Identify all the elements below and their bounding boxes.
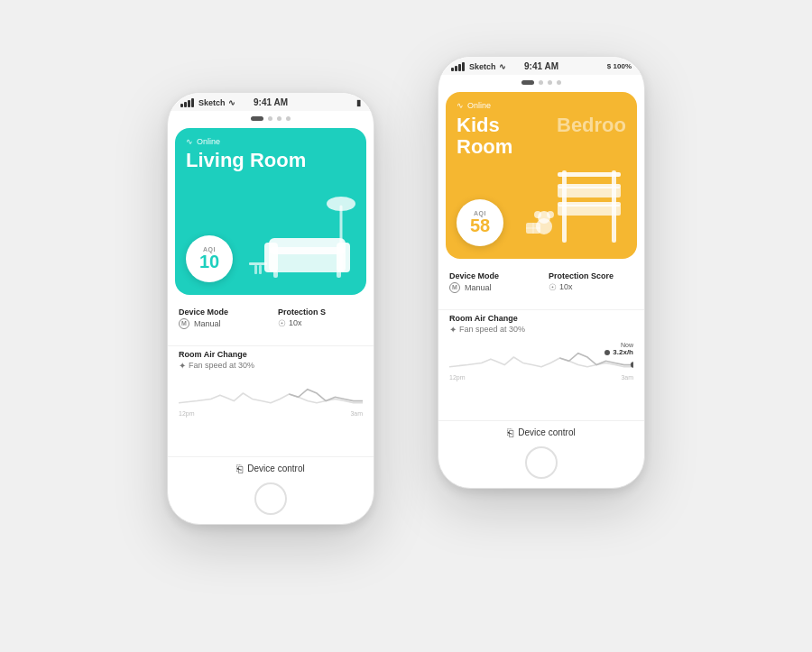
svg-point-21 (547, 211, 554, 218)
aqi-circle-left: AQI 10 (186, 235, 233, 282)
room-name-row: Kids Room Bedroo (457, 114, 626, 158)
manual-text-right: Manual (465, 283, 492, 292)
bunk-scene (512, 152, 630, 252)
wifi-hero-left: ∿ (186, 137, 193, 146)
sofa-scene (242, 188, 359, 288)
tab-dots-right (438, 75, 644, 87)
status-bar-left: Sketch ∿ 9:41 AM ▮ (168, 93, 374, 111)
signal-bars (180, 98, 194, 107)
chart-area-right: Now 3.2x/h 12pm 3am (438, 344, 644, 380)
device-mode-block-right: Device Mode M Manual (449, 271, 534, 293)
aqi-value-right: 58 (470, 216, 490, 234)
device-icon-right: ⎗ (507, 427, 513, 439)
now-indicator: Now 3.2x/h (604, 342, 633, 356)
bottom-bar-right: ⎗ Device control (438, 420, 644, 488)
online-badge-right: ∿ Online (457, 101, 626, 110)
now-value-row: 3.2x/h (604, 348, 633, 356)
phone-right-screen: Sketch ∿ 9:41 AM $ 100% ∿ (438, 57, 644, 488)
air-change-value-left: ✦ Fan speed at 30% (179, 361, 363, 371)
device-mode-title-left: Device Mode (179, 308, 263, 317)
tab-dot-r1[interactable] (521, 80, 534, 85)
signal-bar-2 (184, 102, 187, 107)
tab-dots-left (168, 111, 374, 123)
air-change-title-right: Room Air Change (449, 314, 633, 323)
svg-rect-5 (269, 238, 346, 254)
device-control-left[interactable]: ⎗ Device control (236, 463, 304, 475)
protection-score-block-right: Protection Score ☉ 10x (549, 271, 633, 293)
chart-labels-left: 12pm 3am (179, 410, 363, 417)
signal-bar-3 (188, 100, 190, 107)
tab-dot-1[interactable] (251, 116, 263, 121)
aqi-value-left: 10 (199, 253, 219, 271)
hero-card-left[interactable]: ∿ Online Living Room AQI 10 (175, 128, 366, 295)
svg-rect-7 (337, 271, 341, 278)
wifi-hero-right: ∿ (457, 101, 464, 110)
chart-label-12pm-left: 12pm (179, 410, 195, 417)
info-section-left: Device Mode M Manual Protection S ☉ 10x (168, 300, 374, 342)
wifi-icon-left: ∿ (228, 98, 235, 107)
tab-dot-r3[interactable] (548, 80, 552, 85)
svg-rect-17 (558, 202, 621, 207)
svg-rect-13 (558, 172, 621, 177)
protection-score-num-left: 10x (289, 318, 302, 327)
status-right-right: $ 100% (607, 62, 632, 70)
room-subtitle-right: Bedroo (557, 114, 626, 137)
shield-icon-right: ☉ (549, 282, 557, 292)
battery-left: ▮ (356, 98, 361, 107)
protection-score-num-right: 10x (559, 282, 573, 291)
time-right: 9:41 AM (524, 61, 558, 71)
manual-text-left: Manual (194, 319, 221, 328)
divider-right (438, 309, 644, 310)
device-control-right[interactable]: ⎗ Device control (507, 427, 575, 439)
signal-bar-4 (191, 98, 194, 107)
protection-score-value-left: ☉ 10x (278, 318, 363, 328)
shield-icon-left: ☉ (278, 318, 286, 328)
now-value: 3.2x/h (613, 348, 633, 356)
tab-dot-r2[interactable] (539, 80, 543, 85)
wifi-icon-right: ∿ (499, 62, 506, 71)
air-change-title-left: Room Air Change (179, 350, 363, 359)
svg-point-20 (534, 211, 541, 218)
tab-dot-r4[interactable] (557, 80, 561, 85)
phone-left-screen: Sketch ∿ 9:41 AM ▮ ∿ (168, 93, 374, 524)
status-right-left: ▮ (356, 98, 361, 107)
chart-svg-left (179, 380, 363, 407)
info-row-right: Device Mode M Manual Protection Score ☉ … (449, 271, 633, 293)
air-change-text-left: Fan speed at 30% (189, 361, 254, 370)
chart-label-3am-right: 3am (621, 374, 633, 381)
home-button-right[interactable] (525, 446, 558, 479)
device-mode-title-right: Device Mode (449, 271, 534, 280)
chart-label-12pm-right: 12pm (449, 374, 466, 381)
tab-dot-2[interactable] (268, 116, 272, 121)
air-change-value-right: ✦ Fan speed at 30% (449, 325, 633, 335)
now-dot (604, 350, 610, 355)
device-mode-value-right: M Manual (449, 282, 534, 293)
svg-rect-8 (249, 262, 267, 265)
device-control-label-right: Device control (518, 427, 575, 437)
svg-point-1 (327, 197, 355, 211)
home-button-left[interactable] (254, 482, 287, 515)
protection-score-title-right: Protection Score (549, 271, 633, 280)
phones-container: Sketch ∿ 9:41 AM ▮ ∿ (113, 20, 699, 633)
status-left-right: Sketch ∿ (451, 62, 506, 71)
battery-right: $ 100% (607, 62, 632, 70)
chart-labels-right: 12pm 3am (449, 374, 633, 381)
now-label: Now (621, 342, 633, 348)
info-row-left: Device Mode M Manual Protection S ☉ 10x (179, 308, 363, 329)
device-icon-left: ⎗ (236, 463, 243, 475)
air-change-section-left: Room Air Change ✦ Fan speed at 30% (168, 350, 374, 380)
air-change-text-right: Fan speed at 30% (459, 325, 525, 334)
fan-icon-right: ✦ (449, 325, 457, 335)
device-control-label-left: Device control (247, 464, 304, 473)
divider-left (168, 345, 374, 346)
protection-score-title-left: Protection S (278, 308, 363, 317)
bottom-bar-left: ⎗ Device control (168, 456, 374, 524)
hero-card-right[interactable]: ∿ Online Kids Room Bedroo AQI 58 (446, 92, 637, 259)
svg-rect-6 (273, 271, 278, 278)
chart-label-3am-left: 3am (350, 410, 363, 417)
online-text-left: Online (197, 137, 220, 146)
tab-dot-4[interactable] (286, 116, 291, 121)
tab-dot-3[interactable] (277, 116, 281, 121)
aqi-circle-right: AQI 58 (457, 199, 503, 246)
phone-left: Sketch ∿ 9:41 AM ▮ ∿ (167, 92, 374, 525)
